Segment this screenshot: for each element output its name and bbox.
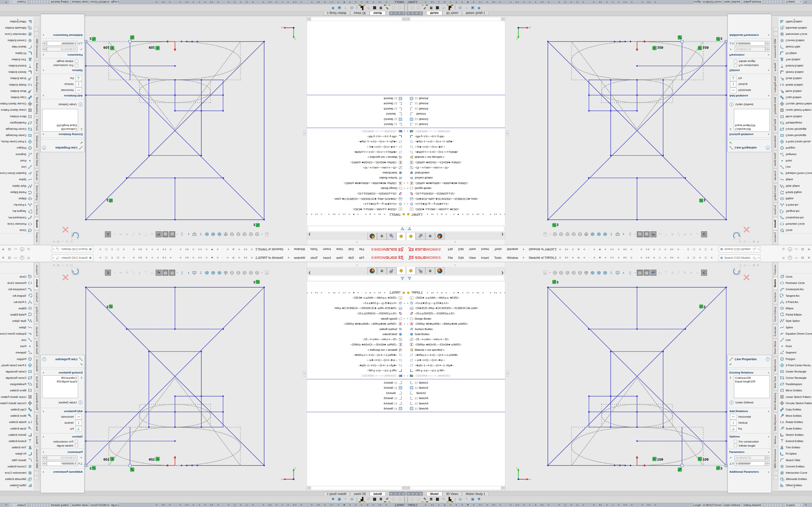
motion-tool-icon[interactable]: ≣ [378,5,384,10]
sketch-tree-item[interactable]: (-) Sketch4 [307,101,406,107]
tab-propertymanager[interactable] [416,233,425,240]
scroll-right-arrow[interactable]: ▸ [501,486,505,490]
motion-tool-icon[interactable]: ❘ [355,5,359,10]
commandmanager-tab[interactable]: Sketch [34,277,39,289]
tree-horizontal-scrollbar[interactable]: ◂ ▸ [406,486,505,490]
additional-parameters-header[interactable]: Additional Parameters∨ [728,468,771,474]
parameters-header[interactable]: Parameters∧ [41,449,84,454]
tool-item[interactable]: 3 Point Center Recta... [779,138,812,145]
toolbar-drag-handle[interactable] [407,5,408,10]
tool-item[interactable]: Polygon [779,145,812,151]
tool-item[interactable]: Copy Entities [779,406,812,412]
motion-tool-icon[interactable]: ▙ [447,497,453,502]
add-relation-button[interactable]: ⚓Fix [43,75,82,81]
tool-item[interactable]: Perimeter Circle [0,280,33,286]
tool-item[interactable]: Circular Sketch Pattern [779,101,812,107]
add-relation-button[interactable]: ❘Vertical [43,81,82,87]
commandmanager-tab[interactable]: Weldments [34,357,39,374]
tree-split-bar[interactable] [406,95,505,95]
commandmanager-tab[interactable]: Mold Tools [34,374,39,390]
tool-item[interactable]: Move Entities [0,412,33,419]
tool-item[interactable]: Style Spline [779,183,812,189]
tool-item[interactable]: Center Rectangle [779,369,812,375]
help-icon[interactable]: ? [766,357,770,361]
tool-item[interactable]: Perimeter Circle [0,221,33,227]
restore-button[interactable]: ⊡ [6,248,12,251]
tab-nav-button[interactable]: ▶ [415,492,418,496]
spinner-arrows[interactable]: ▴▾ [766,461,769,466]
parameter-input[interactable]: 0.00000000° [47,41,77,46]
tool-item[interactable]: Fit Spline [0,50,33,56]
tab-displaymanager[interactable] [367,233,377,240]
tree-root-item[interactable]: TЯPDL2. ⊙ ƎƐ ⊙ Ш ⊙ ◦ ⊙ ✚ ⊙ ƆC ⊙ ƎƐ ⊙ ∙ ⊙… [406,212,505,217]
commandmanager-tab[interactable]: Weldments [773,133,778,150]
menu-item[interactable]: Insert [478,248,492,251]
confirmation-corner[interactable] [733,268,749,280]
tool-item[interactable]: Circular Sketch Pattern [0,400,33,406]
relation-entry[interactable]: Collinear108 [735,127,768,131]
view-tab[interactable]: Motion Study 1 [462,11,489,15]
tool-item[interactable]: Mirror Entities [0,113,33,119]
spinner-arrows[interactable]: ▴▾ [43,455,46,460]
tool-item[interactable]: Circle [779,274,812,280]
commandmanager-tab[interactable]: ⋮ [34,27,39,31]
tool-item[interactable]: Perimeter Circle [779,280,812,286]
tree-item[interactable]: ○25ИΝ◎◦✚ΑΩ¤3Ɛ○◦○Ɛ3¤ΩΑ✚◦◎ΝИ52○ [307,160,406,165]
tag-icon[interactable]: ✎ [805,503,807,507]
filter-input[interactable] [412,276,504,281]
menu-item[interactable]: Window [504,256,520,260]
tree-item[interactable]: Solid Bodies [307,332,406,337]
tree-item[interactable]: ▸ ○25ИΝ◎◦✚Α✚◎ИΝΑ○◦○ΑΝИ◎✚Α✚◦◎ΝИ52○ [307,181,406,186]
commandmanager-tab[interactable]: Features [773,263,778,276]
tool-item[interactable]: Polygon [779,356,812,362]
tool-item[interactable]: Linear Sketch Pattern [0,107,33,113]
relation-badge-collinear[interactable]: 3 [716,37,722,41]
parameter-input[interactable]: 0.00000000° [735,41,765,46]
tree-item[interactable]: ○25∙∩✳♙Αm○◦○mΑ♙✳∩∙52○ [307,337,406,342]
search-dropdown-icon[interactable]: ▾ [757,257,760,259]
motion-tool-icon[interactable]: ✱ [476,5,482,10]
tool-item[interactable]: Scale Entities [0,426,33,432]
motion-tool-icon[interactable]: ❘ [355,497,359,502]
spinner-arrows[interactable]: ▴▾ [43,41,46,46]
view-tab[interactable]: Model [370,11,386,15]
tag-icon[interactable]: ✎ [5,503,7,507]
scroll-left-arrow[interactable]: ◂ [406,486,410,490]
tool-item[interactable]: Ellipse [0,305,33,312]
motion-tool-icon[interactable]: ▢ [409,5,415,10]
sketch-tree-item[interactable]: (-) Sketch2 [406,385,505,391]
tab-configurationmanager[interactable]: ⊕ [377,267,387,274]
tool-item[interactable]: Move Entities [779,412,812,419]
tree-item[interactable]: ○25♙◎25ИƎ25○◦○52ƎИ52◎♙52○ [406,191,505,196]
menu-item[interactable]: Tools [308,248,320,251]
relation-badge-equal[interactable]: =109 [653,46,663,50]
checkbox[interactable] [75,60,78,63]
tab-nav-button[interactable]: |◀ [402,11,406,15]
sketch-gray-geometry[interactable] [109,42,241,129]
sketch-gray-geometry[interactable] [109,378,241,465]
tool-item[interactable]: Intersection Curve [779,469,812,476]
tool-item[interactable]: Point [779,158,812,164]
tool-item[interactable]: Rotate Entities [0,82,33,88]
commandmanager-tab[interactable]: MBD Dimensions [773,447,778,470]
tree-item[interactable]: ○✚ИΝ◎♙+○✳⊙[○◦○]⊙✳○+♙◎ΝИ✚○ [307,150,406,155]
motion-tool-icon[interactable]: ↻ [365,497,371,502]
sketch-tree-item[interactable]: (-) Sketch1 [307,122,406,127]
add-relation-button[interactable]: —Horizontal [43,88,82,93]
tree-horizontal-scrollbar[interactable]: ◂ ▸ [307,486,406,490]
options-header[interactable]: Options∧ [41,433,84,439]
motion-tool-icon[interactable]: ▢ [397,5,403,10]
relation-badge-collinear[interactable]: 3 [90,466,96,470]
tool-item[interactable]: Mirror Entities [779,387,812,394]
tool-item[interactable]: Partial Ellipse [779,189,812,195]
relation-entry[interactable]: Equal length109 [735,124,768,127]
tree-item[interactable]: ○253Ɛ✚◦♙◎ΛΑΦ○◦○ΦΑΛ◎♙◦✚Ɛ352○ [406,295,505,300]
add-relation-button[interactable]: —Horizontal [43,414,82,419]
add-relations-header[interactable]: Add Relations∧ [41,408,84,413]
help-icon[interactable]: ? [788,247,792,251]
tool-item[interactable]: 3 Point Arc [0,299,33,305]
tree-item[interactable]: ○✚ƍ9϶◦♙○✳⊙[○◦○]⊙✳○♙◦϶9ƍ✚○ [307,363,406,368]
tool-item[interactable]: Partial Ellipse [0,189,33,195]
filter-input[interactable] [308,226,400,231]
tool-item[interactable]: Rotate Entities [779,82,812,88]
